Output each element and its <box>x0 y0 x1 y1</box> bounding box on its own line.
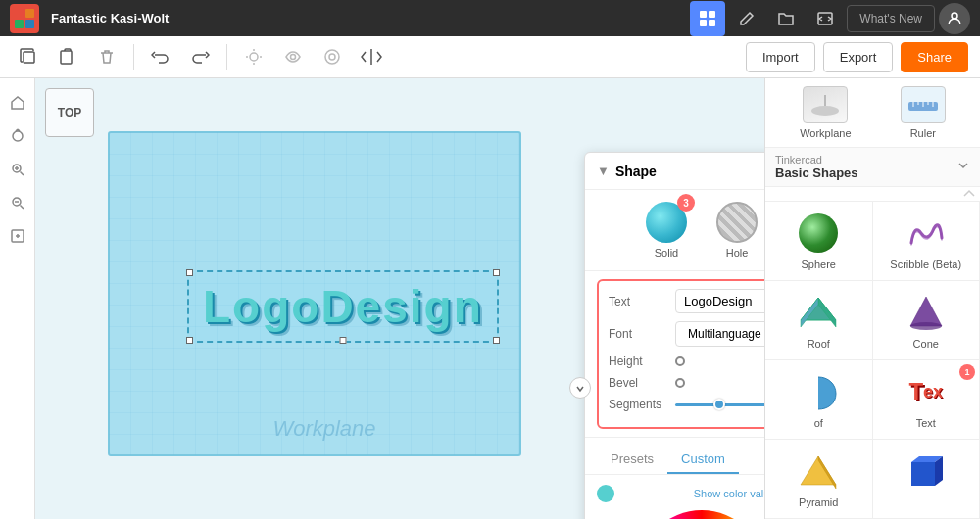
shape-panel-collapse-btn[interactable] <box>569 377 591 399</box>
copy-btn[interactable] <box>12 40 45 73</box>
grid-view-btn[interactable] <box>690 1 725 36</box>
font-prop-row: Font Multilanguage <box>609 321 764 347</box>
app-title: Fantastic Kasi-Wolt <box>51 11 169 25</box>
scroll-up-icon[interactable] <box>962 189 976 199</box>
topbar: Fantastic Kasi-Wolt What's New <box>0 0 980 36</box>
resize-handle-bc[interactable] <box>339 337 346 344</box>
share-btn[interactable]: Share <box>901 42 968 72</box>
folder-btn[interactable] <box>768 1 804 36</box>
svg-text:Workplane: Workplane <box>272 416 375 441</box>
edit-btn[interactable] <box>729 1 764 36</box>
toolbar: Import Export Share <box>0 36 980 78</box>
redo-btn[interactable] <box>183 40 217 73</box>
delete-btn[interactable] <box>90 40 123 73</box>
import-btn[interactable]: Import <box>746 42 815 72</box>
shape-item-blue-box[interactable] <box>873 440 981 519</box>
resize-handle-tr[interactable] <box>493 269 500 276</box>
logo-text-display: LogoDesign <box>203 281 483 332</box>
resize-handle-br[interactable] <box>493 337 500 344</box>
svg-rect-1 <box>25 9 34 18</box>
svg-rect-10 <box>24 52 34 63</box>
shape-item-roof[interactable]: Roof <box>765 281 873 360</box>
resize-handle-tl[interactable] <box>186 269 193 276</box>
height-handle[interactable] <box>675 356 685 366</box>
shape-item-cone[interactable]: Cone <box>873 281 981 360</box>
svg-rect-6 <box>700 20 707 26</box>
color-wheel[interactable] <box>638 510 764 519</box>
shape-item-text[interactable]: 1 T ex Text <box>873 360 981 440</box>
svg-rect-3 <box>25 20 34 28</box>
bevel-prop-row: Bevel 0.33 <box>609 376 764 390</box>
export-btn[interactable]: Export <box>823 42 894 72</box>
ruler-item[interactable]: Ruler <box>901 86 946 139</box>
pyramid-shape-icon <box>796 449 841 493</box>
text-prop-row: Text <box>609 289 764 313</box>
text-input[interactable] <box>675 289 764 313</box>
code-btn[interactable] <box>808 1 843 36</box>
hole-label: Hole <box>726 247 749 259</box>
ruler-label: Ruler <box>910 127 936 139</box>
text-prop-label: Text <box>609 295 667 308</box>
undo-btn[interactable] <box>144 40 177 73</box>
shapes-header-row: Tinkercad Basic Shapes <box>765 148 980 187</box>
user-avatar[interactable] <box>939 3 970 34</box>
workplane-item[interactable]: Workplane <box>800 86 851 139</box>
home-icon[interactable] <box>3 88 32 118</box>
whats-new-btn[interactable]: What's New <box>847 5 935 32</box>
pyramid-label: Pyramid <box>799 496 838 508</box>
svg-point-9 <box>952 13 957 19</box>
shape-item-scribble[interactable]: Scribble (Beta) <box>873 202 981 281</box>
solid-badge: 3 <box>677 194 695 212</box>
light-btn[interactable] <box>237 40 270 73</box>
shapes-grid: Sphere Scribble (Beta) Roof <box>765 202 980 519</box>
svg-point-17 <box>291 55 296 60</box>
segments-prop-label: Segments <box>609 398 667 411</box>
shape-item-sphere[interactable]: Sphere <box>765 202 873 281</box>
roof-label: Roof <box>808 338 830 350</box>
font-select[interactable]: Multilanguage <box>675 321 764 347</box>
hole-option[interactable]: Hole <box>716 202 758 259</box>
collapse-arrow-icon[interactable]: ▼ <box>597 164 610 178</box>
height-value: 8.71 <box>763 354 764 368</box>
paste-btn[interactable] <box>51 40 84 73</box>
view-top-text: TOP <box>58 106 81 119</box>
custom-tab[interactable]: Custom <box>667 446 739 474</box>
snap-btn[interactable] <box>316 40 349 73</box>
color-dot <box>597 485 614 502</box>
tinkercad-logo <box>10 4 39 33</box>
svg-point-49 <box>910 322 942 330</box>
color-row: Show color values ⊞ <box>597 485 764 502</box>
shapes-dropdown-btn[interactable] <box>956 159 970 175</box>
height-prop-label: Height <box>609 354 667 368</box>
svg-rect-2 <box>15 20 24 28</box>
shape-item-partial-left[interactable]: of <box>765 360 873 440</box>
view-top-box: TOP <box>45 88 94 137</box>
show-color-values-btn[interactable]: Show color values <box>694 488 764 499</box>
workplane-label: Workplane <box>800 127 851 139</box>
bevel-handle[interactable] <box>675 378 685 388</box>
shape-item-pyramid[interactable]: Pyramid <box>765 440 873 519</box>
shape-options: 3 Solid Hole <box>585 190 764 271</box>
topbar-right: What's New <box>690 1 970 36</box>
view-btn[interactable] <box>276 40 310 73</box>
sidenav <box>0 78 35 519</box>
resize-handle-bl[interactable] <box>186 337 193 344</box>
shape-panel-title: Shape <box>615 164 764 179</box>
shapes-source: Tinkercad <box>775 154 858 165</box>
svg-point-19 <box>329 54 335 60</box>
segments-slider[interactable] <box>675 403 764 406</box>
fit-icon[interactable] <box>3 221 32 251</box>
presets-tab[interactable]: Presets <box>597 446 667 474</box>
zoom-out-icon[interactable] <box>3 188 32 217</box>
rotate-icon[interactable] <box>3 121 32 151</box>
toolbar-separator-2 <box>226 44 227 70</box>
svg-rect-11 <box>61 51 72 64</box>
svg-rect-4 <box>700 11 707 18</box>
viewport[interactable]: TOP Workplane LogoDesign <box>35 78 764 519</box>
bevel-prop-label: Bevel <box>609 376 667 390</box>
shape-panel-header: ▼ Shape <box>585 153 764 190</box>
zoom-icon[interactable] <box>3 155 32 184</box>
solid-option[interactable]: 3 Solid <box>646 202 687 259</box>
mirror-btn[interactable] <box>355 40 388 73</box>
text-shape-label: Text <box>916 417 936 429</box>
